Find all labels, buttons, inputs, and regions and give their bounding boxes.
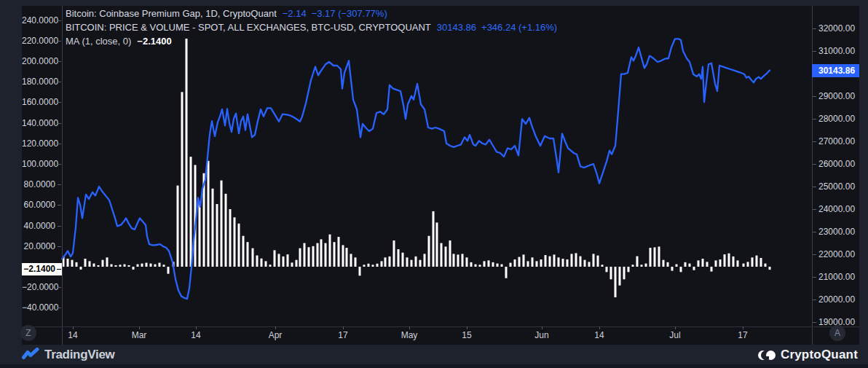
time-axis-tick [467, 326, 467, 329]
time-axis-label: 14 [594, 330, 604, 340]
time-axis-tick [73, 326, 74, 329]
right-axis-tick [813, 141, 816, 142]
left-scale-separator [62, 6, 63, 345]
left-axis-tick [58, 164, 61, 165]
right-axis-tick [813, 209, 816, 210]
left-axis-label: 180.0000 [22, 77, 55, 87]
time-axis-label: 15 [462, 330, 471, 340]
time-axis-tick [675, 326, 676, 329]
chart-widget: 240.0000220.0000200.0000180.0000160.0000… [0, 0, 868, 368]
left-axis-tick [58, 246, 61, 247]
right-axis-tick [813, 277, 816, 278]
series-value: 30143.86 [437, 22, 476, 33]
right-axis-label: 21000.00 [818, 272, 855, 282]
left-axis-tick [58, 184, 61, 185]
left-axis-tick [58, 226, 61, 227]
left-axis-tick [58, 61, 61, 62]
chart-pane-background [22, 6, 859, 345]
right-axis-label: 26000.00 [818, 159, 855, 169]
left-axis-label: 60.0000 [22, 200, 55, 210]
premium-gap-value-tag: −2.1400 [22, 263, 62, 275]
left-axis-label: 40.0000 [22, 221, 55, 231]
right-axis-label: 25000.00 [818, 181, 855, 192]
right-axis-tick [813, 119, 816, 120]
legend-row-price-volume[interactable]: BITCOIN: PRICE & VOLUME - SPOT, ALL EXCH… [66, 20, 557, 34]
time-axis-tick [409, 326, 410, 329]
time-axis-label: 17 [738, 330, 747, 340]
right-axis-tick [813, 96, 816, 97]
right-axis-label: 28000.00 [818, 114, 855, 124]
left-axis-tick [58, 123, 61, 124]
ma-title: MA (1, close, 0) [66, 36, 131, 47]
left-axis-label: 200.0000 [22, 56, 55, 66]
time-axis-tick [542, 326, 542, 329]
time-axis-tick [139, 326, 140, 329]
time-axis-label: May [401, 330, 418, 340]
left-axis-tick [58, 20, 61, 21]
time-axis-label: Mar [132, 330, 147, 340]
left-axis-tick [58, 308, 61, 308]
time-axis-tick [196, 326, 197, 329]
time-axis-tick [343, 326, 344, 329]
left-axis-label: 100.0000 [22, 159, 55, 169]
left-axis-label: −20.0000 [22, 282, 55, 292]
left-axis-label: 20.0000 [22, 241, 55, 251]
time-axis-tick [599, 326, 600, 329]
cryptoquant-icon [758, 351, 776, 360]
right-axis-label: 23000.00 [818, 227, 855, 237]
ma-value: −2.1400 [137, 36, 171, 47]
left-axis-tick [58, 41, 61, 42]
timezone-button[interactable]: Z [20, 325, 36, 341]
left-axis-label: 220.0000 [22, 36, 55, 46]
time-axis-separator [22, 326, 859, 327]
time-axis-label: Jul [669, 330, 680, 340]
time-axis-label: Apr [269, 330, 283, 340]
right-axis-tick [813, 28, 816, 29]
series-value: −2.14 [283, 8, 307, 19]
left-axis-tick [58, 102, 61, 103]
tradingview-logo[interactable]: TradingView [22, 345, 115, 364]
right-axis-tick [813, 232, 816, 232]
legend-row-ma[interactable]: MA (1, close, 0)−2.1400 [66, 34, 557, 48]
right-axis-tick [813, 187, 816, 187]
right-axis-tick [813, 51, 816, 52]
right-axis-label: 20000.00 [818, 294, 855, 305]
right-axis-label: 32000.00 [818, 23, 855, 34]
series-title: BITCOIN: PRICE & VOLUME - SPOT, ALL EXCH… [66, 22, 431, 33]
right-axis-label: 31000.00 [818, 46, 855, 56]
right-axis-label: 29000.00 [818, 91, 855, 101]
right-axis-tick [813, 164, 816, 165]
legend: Bitcoin: Coinbase Premium Gap, 1D, Crypt… [66, 7, 557, 48]
tradingview-icon [22, 347, 39, 363]
cryptoquant-logo[interactable]: CryptoQuant [758, 345, 858, 364]
series-change: +346.24 (+1.16%) [481, 22, 557, 33]
series-title: Bitcoin: Coinbase Premium Gap, 1D, Crypt… [66, 8, 277, 19]
right-axis-tick [813, 322, 816, 323]
time-axis-label: 14 [191, 330, 200, 340]
legend-row-premium-gap[interactable]: Bitcoin: Coinbase Premium Gap, 1D, Crypt… [66, 7, 557, 20]
tradingview-label: TradingView [44, 348, 115, 362]
right-axis-label: 24000.00 [818, 204, 855, 214]
footer-bar [0, 345, 868, 364]
right-axis-label: 22000.00 [818, 249, 855, 259]
left-axis-label: 120.0000 [22, 138, 55, 149]
left-axis-label: 140.0000 [22, 118, 55, 128]
left-axis-label: 240.0000 [22, 15, 55, 26]
cryptoquant-label: CryptoQuant [781, 348, 858, 362]
footer-bottom-strip [0, 364, 868, 368]
left-axis-tick [58, 205, 61, 205]
right-axis-label: 27000.00 [818, 136, 855, 146]
time-axis-label: 14 [68, 330, 77, 340]
time-axis-label: 17 [338, 330, 347, 340]
left-axis-label: 160.0000 [22, 97, 55, 107]
time-axis-label: Jun [534, 330, 548, 340]
right-axis-tick [813, 254, 816, 255]
left-axis-tick [58, 82, 61, 82]
time-axis-tick [275, 326, 276, 329]
left-axis-tick [58, 144, 61, 144]
auto-scale-button[interactable]: A [829, 325, 845, 341]
last-price-tag: 30143.86 [812, 64, 859, 77]
right-axis-tick [813, 300, 816, 300]
time-axis-tick [743, 326, 743, 329]
series-change: −3.17 (−307.77%) [312, 8, 387, 19]
